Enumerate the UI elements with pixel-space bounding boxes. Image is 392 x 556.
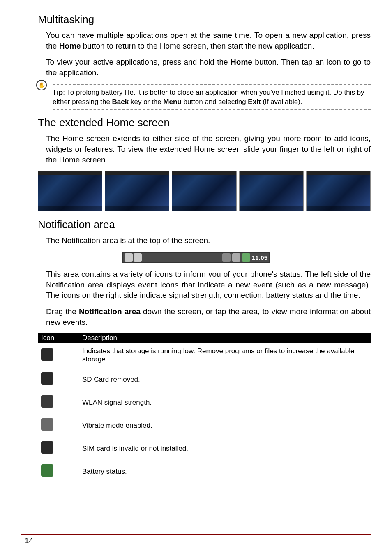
table-header-icon: Icon xyxy=(38,333,79,343)
home-screen-thumb-4 xyxy=(239,171,304,211)
clock-text: 11:05 xyxy=(252,254,267,261)
notification-area-ref: Notification area xyxy=(79,307,141,316)
icon-cell xyxy=(38,391,79,414)
table-row: Indicates that storage is running low. R… xyxy=(38,343,371,368)
page-number: 14 xyxy=(25,536,33,545)
notif-left-icons xyxy=(125,253,142,262)
wlan-icon xyxy=(41,395,53,408)
notification-p1: The Notification area is at the top of t… xyxy=(46,235,371,246)
desc-cell: SD Card removed. xyxy=(79,368,371,391)
home-screen-thumb-3 xyxy=(172,171,236,211)
text: button and selecting xyxy=(182,98,248,106)
table-row: SIM card is invalid or not installed. xyxy=(38,437,371,460)
text: button to return to the Home screen, the… xyxy=(81,42,314,50)
extended-home-screenshots xyxy=(38,171,371,211)
signal-icon xyxy=(232,253,240,262)
table-row: SD Card removed. xyxy=(38,368,371,391)
table-row: Battery status. xyxy=(38,460,371,483)
home-screen-thumb-5 xyxy=(306,171,371,211)
desc-cell: Vibrate mode enabled. xyxy=(79,414,371,437)
multitasking-p2: To view your active applications, press … xyxy=(46,57,371,78)
text: key or the xyxy=(129,98,163,106)
dashed-rule-bottom xyxy=(53,109,371,110)
event-icon xyxy=(134,253,142,262)
notification-icons-table: Icon Description Indicates that storage … xyxy=(38,333,371,483)
desc-cell: Indicates that storage is running low. R… xyxy=(79,343,371,368)
notif-right-icons: 11:05 xyxy=(222,253,267,262)
dashed-rule-top xyxy=(53,84,371,85)
exit-ref: Exit xyxy=(248,98,261,106)
text: Drag the xyxy=(46,307,79,316)
desc-cell: SIM card is invalid or not installed. xyxy=(79,437,371,460)
section-title-multitasking: Multitasking xyxy=(38,13,371,26)
vibrate-icon xyxy=(41,418,53,431)
icon-cell xyxy=(38,437,79,460)
table-row: Vibrate mode enabled. xyxy=(38,414,371,437)
icon-cell xyxy=(38,414,79,437)
menu-button-ref: Menu xyxy=(163,98,181,106)
home-screen-thumb-2 xyxy=(105,171,169,211)
text: (if available). xyxy=(261,98,302,106)
battery-icon xyxy=(242,253,250,262)
section-title-notification: Notification area xyxy=(38,218,371,231)
tip-label: Tip xyxy=(53,88,63,96)
text: To view your active applications, press … xyxy=(46,58,231,66)
home-screen-thumb-1 xyxy=(38,171,102,211)
signal-icon xyxy=(222,253,231,262)
footer-rule xyxy=(21,534,371,535)
multitasking-p1: You can have multiple applications open … xyxy=(46,30,371,51)
notification-p2: This area contains a variety of icons to… xyxy=(46,269,371,301)
notification-p3: Drag the Notification area down the scre… xyxy=(46,306,371,327)
table-row: WLAN signal strength. xyxy=(38,391,371,414)
event-icon xyxy=(125,253,133,262)
icon-cell xyxy=(38,343,79,368)
section-title-extended: The extended Home screen xyxy=(38,116,371,129)
sim-invalid-icon xyxy=(41,441,53,454)
storage-low-icon xyxy=(41,348,53,361)
sd-removed-icon xyxy=(41,372,53,385)
battery-icon xyxy=(41,464,53,477)
tip-text: Tip: To prolong battery life, it is bett… xyxy=(53,88,371,107)
tip-icon: ✋ xyxy=(36,80,47,90)
home-button-ref: Home xyxy=(59,42,81,50)
table-header-desc: Description xyxy=(79,333,371,343)
desc-cell: Battery status. xyxy=(79,460,371,483)
notification-bar-image: 11:05 xyxy=(122,252,270,263)
icon-cell xyxy=(38,460,79,483)
tip-block: ✋ Tip: To prolong battery life, it is be… xyxy=(38,84,371,110)
desc-cell: WLAN signal strength. xyxy=(79,391,371,414)
home-button-ref: Home xyxy=(231,58,252,66)
icon-cell xyxy=(38,368,79,391)
extended-p1: The Home screen extends to either side o… xyxy=(46,133,371,165)
back-key-ref: Back xyxy=(112,98,129,106)
